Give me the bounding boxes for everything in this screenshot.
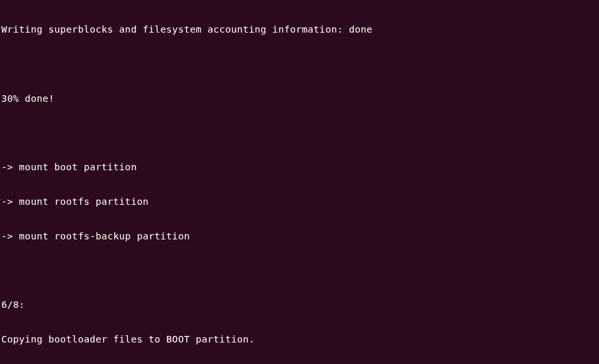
output-line: 30% done! — [1, 93, 598, 105]
output-line — [1, 128, 598, 140]
terminal-output[interactable]: Writing superblocks and filesystem accou… — [1, 1, 598, 364]
output-line: Writing superblocks and filesystem accou… — [1, 24, 598, 36]
output-line: Copying bootloader files to BOOT partiti… — [1, 334, 598, 346]
output-line: -> mount rootfs-backup partition — [1, 231, 598, 243]
output-line — [1, 265, 598, 277]
output-line: 6/8: — [1, 299, 598, 311]
output-line: -> mount boot partition — [1, 162, 598, 174]
output-line — [1, 59, 598, 70]
output-line: -> mount rootfs partition — [1, 196, 598, 208]
